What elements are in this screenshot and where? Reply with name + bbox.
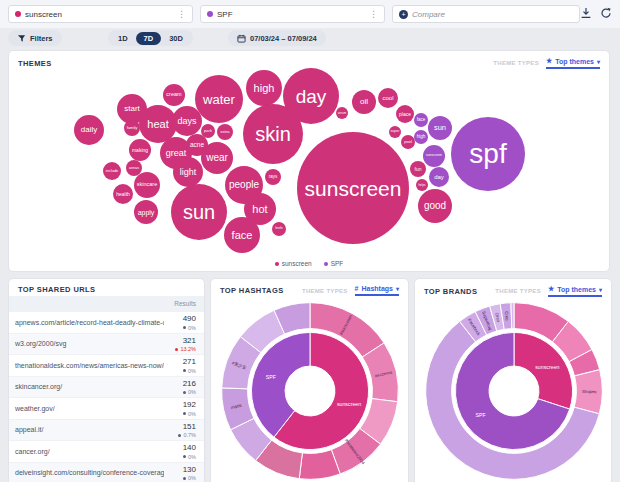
- theme-bubble-high[interactable]: high: [414, 130, 428, 144]
- theme-bubble-sunscreen[interactable]: sunscreen: [297, 132, 409, 244]
- theme-bubble-fun[interactable]: fun: [410, 161, 426, 177]
- shared-url-link[interactable]: cancer.org/: [9, 441, 164, 463]
- shared-url-link[interactable]: w3.org/2000/svg: [9, 333, 164, 355]
- table-row[interactable]: delveinsight.com/consulting/conference-c…: [9, 462, 204, 482]
- query-color-dot: [207, 11, 213, 17]
- theme-bubble-extra[interactable]: extra: [217, 124, 233, 140]
- table-row[interactable]: thenationaldesk.com/news/americas-news-n…: [9, 355, 204, 377]
- top-shared-urls-panel: TOP SHARED URLS Results apnews.com/artic…: [8, 278, 205, 482]
- results-value: 151: [170, 422, 196, 431]
- table-row[interactable]: apnews.com/article/record-heat-deadly-cl…: [9, 312, 204, 334]
- trend-dot-icon: [183, 455, 186, 458]
- results-cell: 2710%: [164, 355, 204, 377]
- range-button-30d[interactable]: 30D: [161, 32, 191, 45]
- results-cell: 1510.7%: [164, 419, 204, 441]
- theme-bubble-skin[interactable]: skin: [243, 104, 303, 164]
- theme-bubble-rays[interactable]: rays: [265, 169, 281, 185]
- calendar-icon: [237, 34, 246, 43]
- url-column-header: [9, 296, 164, 312]
- theme-bubble-water[interactable]: water: [195, 75, 243, 123]
- range-button-1d[interactable]: 1D: [110, 32, 136, 45]
- theme-bubble-face[interactable]: face: [224, 217, 260, 253]
- range-button-7d[interactable]: 7D: [136, 32, 162, 45]
- hashtag-icon: #: [355, 285, 359, 292]
- sunburst-label: SPF: [266, 374, 276, 380]
- sunburst-segment[interactable]: [511, 303, 514, 329]
- theme-bubble-wear[interactable]: wear: [201, 142, 233, 174]
- results-cell: 4900%: [164, 312, 204, 334]
- shared-url-link[interactable]: appeal.it/: [9, 419, 164, 441]
- date-range-label: 07/03/24 – 07/09/24: [250, 34, 317, 43]
- compare-input[interactable]: + Compare: [392, 5, 580, 23]
- query-pill-spf[interactable]: SPF ⋮: [200, 5, 385, 23]
- theme-bubble-serum[interactable]: serum: [336, 107, 348, 119]
- shared-url-link[interactable]: delveinsight.com/consulting/conference-c…: [9, 462, 164, 482]
- results-cell: 2160%: [164, 376, 204, 398]
- theme-bubble-making[interactable]: making: [129, 139, 151, 161]
- analytics-dashboard: { "icons": {"kebab":"⋮","caret":"▾","sta…: [0, 0, 620, 482]
- theme-bubble-face[interactable]: face: [414, 113, 428, 127]
- theme-bubble-day[interactable]: day: [429, 167, 449, 187]
- refresh-icon[interactable]: [600, 7, 612, 19]
- sunburst-label: Creo: [504, 311, 510, 321]
- shared-url-link[interactable]: thenationaldesk.com/news/americas-news-n…: [9, 355, 164, 377]
- theme-bubble-cool[interactable]: cool: [378, 88, 398, 108]
- theme-bubble-cream[interactable]: cream: [163, 84, 185, 106]
- trend-dot-icon: [183, 369, 186, 372]
- theme-bubble-skincare[interactable]: skincare: [134, 172, 160, 198]
- table-row[interactable]: skincancer.org/2160%: [9, 376, 204, 398]
- date-range-button[interactable]: 07/03/24 – 07/09/24: [228, 30, 326, 46]
- theme-bubble-sun[interactable]: sun: [428, 116, 452, 140]
- theme-bubble-place[interactable]: place: [396, 105, 414, 123]
- theme-bubble-high[interactable]: high: [246, 70, 282, 106]
- theme-bubble-sun[interactable]: sun: [171, 184, 227, 240]
- theme-bubble-sunscreen[interactable]: sunscreen: [423, 145, 445, 167]
- theme-bubble-park[interactable]: park: [201, 124, 215, 138]
- top-hashtags-panel: TOP HASHTAGS THEME TYPES # Hashtags ▾ su…: [210, 278, 409, 482]
- table-row[interactable]: cancer.org/1400%: [9, 441, 204, 463]
- theme-bubble-good[interactable]: good: [418, 189, 452, 223]
- theme-bubble-light[interactable]: light: [173, 157, 203, 187]
- theme-bubble-super[interactable]: super: [389, 126, 401, 138]
- theme-bubble-health[interactable]: health: [113, 184, 133, 204]
- selector-label: Top themes: [557, 286, 596, 293]
- trend-badge: 13.2%: [175, 346, 196, 352]
- trend-dot-icon: [183, 477, 186, 480]
- theme-bubble-helps[interactable]: helps: [416, 179, 428, 191]
- results-value: 140: [170, 443, 196, 452]
- themes-legend: sunscreenSPF: [9, 260, 609, 267]
- theme-bubble-include[interactable]: include: [103, 162, 121, 180]
- chevron-down-icon: ▾: [396, 285, 399, 292]
- legend-item-sunscreen: sunscreen: [275, 260, 312, 267]
- filters-label: Filters: [30, 34, 53, 43]
- shared-url-link[interactable]: weather.gov/: [9, 398, 164, 420]
- download-icon[interactable]: [580, 7, 592, 19]
- theme-bubble-daily[interactable]: daily: [74, 115, 104, 145]
- trend-badge: 0%: [183, 475, 196, 481]
- table-row[interactable]: weather.gov/1920%: [9, 398, 204, 420]
- shared-url-link[interactable]: skincancer.org/: [9, 376, 164, 398]
- table-row[interactable]: w3.org/2000/svg32113.2%: [9, 333, 204, 355]
- theme-bubble-family[interactable]: family: [124, 120, 140, 136]
- filter-bar: Filters 1D7D30D 07/03/24 – 07/09/24: [0, 28, 620, 50]
- kebab-menu-icon[interactable]: ⋮: [369, 9, 378, 19]
- theme-types-label: THEME TYPES: [495, 288, 541, 294]
- theme-bubble-pool[interactable]: pool: [401, 135, 415, 149]
- theme-bubble-feels[interactable]: feels: [272, 222, 286, 236]
- sunburst-label: Shopee: [582, 389, 597, 394]
- shared-urls-table: Results apnews.com/article/record-heat-d…: [9, 296, 204, 482]
- trend-badge: 0%: [183, 411, 196, 417]
- sunburst-label: sunscreen: [535, 364, 559, 370]
- trend-badge: 0.7%: [178, 432, 196, 438]
- theme-bubble-apply[interactable]: apply: [134, 200, 158, 224]
- results-value: 490: [170, 314, 196, 323]
- query-pill-sunscreen[interactable]: sunscreen ⋮: [8, 5, 193, 23]
- filters-button[interactable]: Filters: [8, 30, 62, 46]
- table-row[interactable]: appeal.it/1510.7%: [9, 419, 204, 441]
- kebab-menu-icon[interactable]: ⋮: [177, 9, 186, 19]
- theme-bubble-oil[interactable]: oil: [352, 90, 376, 114]
- selector-label: Hashtags: [361, 285, 393, 292]
- date-range-segment: 1D7D30D: [108, 30, 193, 46]
- shared-url-link[interactable]: apnews.com/article/record-heat-deadly-cl…: [9, 312, 164, 334]
- theme-bubble-spf[interactable]: spf: [451, 117, 525, 191]
